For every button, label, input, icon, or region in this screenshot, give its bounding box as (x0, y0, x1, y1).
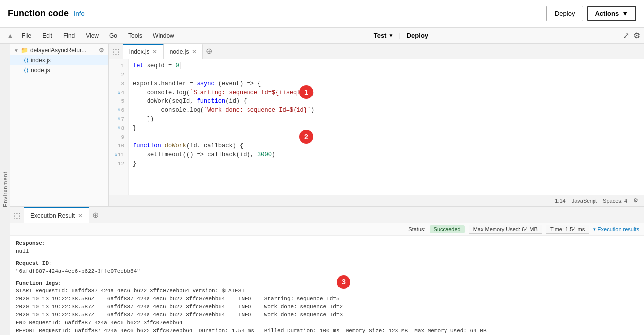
execution-results-toggle[interactable]: ▾ Execution results (593, 226, 639, 233)
request-id-label: Request ID: (16, 259, 638, 267)
file-icon-2: ⟨⟩ (24, 67, 29, 74)
environment-label: Environment (0, 44, 10, 335)
file-node-js[interactable]: ⟨⟩ node.js (10, 65, 108, 75)
response-label: Response: (16, 239, 638, 247)
line-5: 5 (109, 97, 128, 106)
line-10: 10 (109, 142, 128, 150)
log-line-3: 2020-10-13T19:22:38.587Z 6afdf887-424a-4… (16, 303, 638, 311)
folder-item[interactable]: ▼ 📁 delayedAsyncRetur... ⚙ (10, 46, 108, 55)
code-line-8: } (133, 124, 640, 133)
code-line-9 (133, 133, 640, 142)
file-name-2: node.js (31, 67, 50, 74)
status-label: Status: (408, 226, 425, 232)
folder-name: delayedAsyncRetur... (30, 47, 86, 54)
log-line-4: 2020-10-13T19:22:38.587Z 6afdf887-424a-4… (16, 311, 638, 319)
execution-tab-close[interactable]: ✕ (78, 212, 83, 219)
line-2: 2 (109, 70, 128, 79)
code-line-3: exports.handler = async (event) => { (133, 79, 640, 88)
request-id-value: "6afdf887-424a-4ec6-b622-3ffc07eebb64" (16, 267, 638, 275)
log-line-5: END RequestId: 6afdf887-424a-4ec6-b622-3… (16, 319, 638, 327)
sidebar: Environment (0, 44, 10, 335)
time-badge: Time: 1.54 ms (546, 225, 589, 234)
menu-window[interactable]: Window (148, 30, 179, 41)
editor-pane: ⬚ index.js ✕ node.js ✕ ⊕ 1 (109, 44, 644, 206)
log-line-6: REPORT RequestId: 6afdf887-424a-4ec6-b62… (16, 327, 638, 335)
code-line-1: let seqId = 0│ (133, 61, 640, 70)
bottom-tab-bar: ⬚ Execution Result ✕ ⊕ (10, 207, 644, 223)
editor-section: ▼ 📁 delayedAsyncRetur... ⚙ ⟨⟩ index.js ⟨… (10, 44, 644, 206)
line-7: ℹ7 (109, 115, 128, 124)
content-area: ▼ 📁 delayedAsyncRetur... ⚙ ⟨⟩ index.js ⟨… (10, 44, 644, 335)
bottom-tab-add[interactable]: ⊕ (89, 210, 101, 220)
collapse-icon[interactable]: ▲ (4, 32, 17, 40)
bottom-tab-bar-icon[interactable]: ⬚ (10, 211, 24, 219)
menu-deploy-button[interactable]: Deploy (403, 30, 432, 41)
tab-label-index: index.js (129, 48, 149, 55)
tab-close-index[interactable]: ✕ (152, 48, 157, 55)
menu-go[interactable]: Go (104, 30, 122, 41)
function-logs-label: Function logs: (16, 279, 638, 287)
code-line-6: console.log(`Work done: sequence Id=${id… (133, 106, 640, 115)
tab-node-js[interactable]: node.js ✕ (164, 44, 203, 59)
actions-button[interactable]: Actions ▼ (587, 6, 636, 21)
tab-index-js[interactable]: index.js ✕ (123, 44, 164, 59)
response-section: Response: null (16, 239, 638, 255)
cursor-position: 1:14 (555, 198, 565, 204)
folder-settings-icon[interactable]: ⚙ (99, 47, 104, 54)
bottom-panel: ⬚ Execution Result ✕ ⊕ Status: Succeeded… (10, 206, 644, 335)
chevron-down-icon-sm: ▼ (388, 33, 393, 38)
request-id-section: Request ID: "6afdf887-424a-4ec6-b622-3ff… (16, 259, 638, 275)
line-numbers: 1 2 3 ℹ4 5 ℹ6 ℹ7 ℹ8 9 10 ℹ11 12 (109, 59, 129, 195)
code-line-12: } (133, 159, 640, 168)
spaces-indicator: Spaces: 4 (603, 198, 627, 204)
chevron-down-icon: ▼ (622, 10, 628, 17)
code-line-7: }) (133, 115, 640, 124)
menu-tools[interactable]: Tools (123, 30, 147, 41)
execution-tab-label: Execution Result (30, 212, 75, 219)
line-1: 1 (109, 61, 128, 70)
status-value: Succeeded (430, 225, 465, 233)
menu-center: Test ▼ | Deploy (370, 30, 432, 41)
chevron-icon: ▼ (14, 48, 19, 53)
file-icon-1: ⟨⟩ (24, 57, 29, 64)
editor-settings-icon[interactable]: ⚙ (633, 197, 638, 204)
file-tree: ▼ 📁 delayedAsyncRetur... ⚙ ⟨⟩ index.js ⟨… (10, 44, 109, 206)
line-12: 12 (109, 159, 128, 168)
header-right: Deploy Actions ▼ (546, 6, 636, 21)
tab-close-node[interactable]: ✕ (192, 48, 197, 55)
file-index-js[interactable]: ⟨⟩ index.js (10, 55, 108, 65)
deploy-button[interactable]: Deploy (546, 6, 583, 21)
menu-right: ⤢ ⚙ (623, 31, 640, 40)
code-line-10: function doWork(id, callback) { (133, 142, 640, 150)
tab-bar-copy-icon[interactable]: ⬚ (109, 48, 123, 55)
menu-edit[interactable]: Edit (37, 30, 57, 41)
main-area: Environment ▼ 📁 delayedAsyncRetur... ⚙ ⟨… (0, 44, 644, 335)
response-value: null (16, 247, 638, 255)
menu-find[interactable]: Find (58, 30, 80, 41)
tab-execution-result[interactable]: Execution Result ✕ (24, 207, 89, 223)
log-line-2: 2020-10-13T19:22:38.586Z 6afdf887-424a-4… (16, 295, 638, 303)
line-11: ℹ11 (109, 150, 128, 159)
tab-add-button[interactable]: ⊕ (203, 47, 215, 56)
file-name-1: index.js (31, 57, 51, 64)
info-link[interactable]: Info (74, 10, 85, 17)
code-line-2 (133, 70, 640, 79)
editor-tab-bar: ⬚ index.js ✕ node.js ✕ ⊕ (109, 44, 644, 59)
memory-badge: Max Memory Used: 64 MB (469, 225, 542, 234)
menu-file[interactable]: File (17, 30, 36, 41)
menu-bar: ▲ File Edit Find View Go Tools Window Te… (0, 28, 644, 44)
code-line-5: doWork(seqId, function(id) { (133, 97, 640, 106)
header-left: Function code Info (8, 8, 85, 19)
line-3: 3 (109, 79, 128, 88)
log-line-1: START RequestId: 6afdf887-424a-4ec6-b622… (16, 287, 638, 295)
code-content[interactable]: let seqId = 0│ exports.handler = async (… (129, 59, 644, 195)
page-title: Function code (8, 8, 69, 19)
code-area[interactable]: 1 2 3 ℹ4 5 ℹ6 ℹ7 ℹ8 9 10 ℹ11 12 (109, 59, 644, 195)
code-line-11: setTimeout(() => callback(id), 3000) (133, 150, 640, 159)
function-logs-section: Function logs: START RequestId: 6afdf887… (16, 279, 638, 335)
editor-status-bar: 1:14 JavaScript Spaces: 4 ⚙ (109, 195, 644, 206)
settings-icon[interactable]: ⚙ (633, 31, 640, 40)
menu-view[interactable]: View (81, 30, 103, 41)
test-button[interactable]: Test ▼ (370, 30, 397, 41)
fullscreen-icon[interactable]: ⤢ (623, 31, 629, 40)
